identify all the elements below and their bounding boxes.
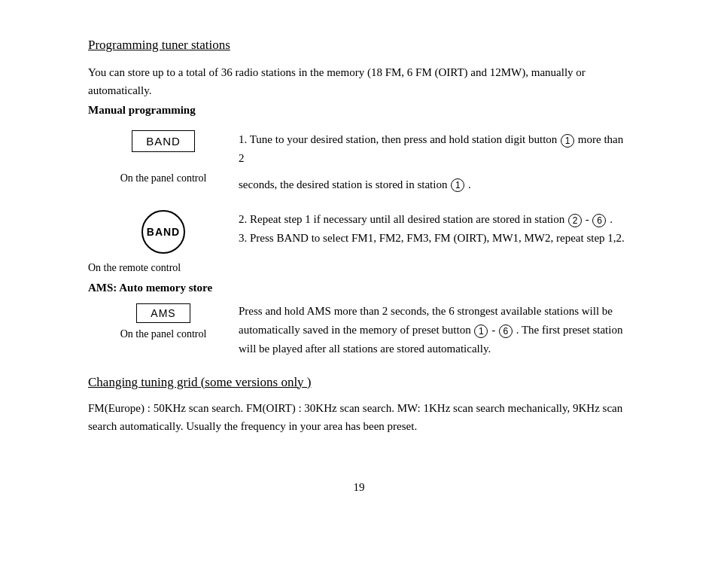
- ams-box: AMS: [136, 303, 190, 323]
- band-circle-row: BAND 2. Repeat step 1 if necessary until…: [88, 204, 630, 258]
- page-content: Programming tuner stations You can store…: [58, 0, 660, 588]
- circle-num-1b: 1: [451, 178, 464, 192]
- remote-control-label: On the remote control: [88, 262, 181, 273]
- step2-text: 2. Repeat step 1 if necessary until all …: [239, 213, 564, 225]
- ams-dash: -: [491, 324, 498, 336]
- panel-label-row: On the panel control seconds, the desire…: [88, 171, 630, 194]
- circle-num-1: 1: [561, 134, 574, 148]
- panel-control-label: On the panel control: [120, 172, 207, 184]
- ams-right-col: Press and hold AMS more than 2 seconds, …: [239, 300, 630, 358]
- page-number: 19: [88, 481, 630, 494]
- ams-circle-1: 1: [474, 324, 488, 338]
- step1-first-line: 1. Tune to your desired station, then pr…: [239, 126, 630, 168]
- band-panel-row: BAND 1. Tune to your desired station, th…: [88, 126, 630, 168]
- band-circle: BAND: [141, 210, 185, 254]
- circle-num-6: 6: [592, 214, 606, 227]
- intro-text: You can store up to a total of 36 radio …: [88, 63, 630, 99]
- steps-2-3: 2. Repeat step 1 if necessary until all …: [239, 204, 630, 248]
- step1-part3: seconds, the desired station is stored i…: [239, 178, 447, 190]
- step1-end: .: [468, 178, 471, 190]
- band-left-col: BAND: [88, 126, 239, 157]
- ams-section: AMS: Auto memory store AMS On the panel …: [88, 282, 630, 358]
- ams-row: AMS On the panel control Press and hold …: [88, 300, 630, 358]
- band-box: BAND: [132, 130, 195, 152]
- step3-line: 3. Press BAND to select FM1, FM2, FM3, F…: [239, 229, 630, 248]
- manual-heading: Manual programming: [88, 104, 630, 117]
- panel-label-col: On the panel control: [88, 171, 239, 184]
- step2-period: .: [610, 213, 613, 225]
- circle-num-2: 2: [568, 214, 582, 227]
- band-circle-label: BAND: [147, 226, 180, 238]
- section2-title: Changing tuning grid (some versions only…: [88, 375, 630, 390]
- ams-circle-6: 6: [499, 324, 513, 338]
- band-circle-col: BAND: [88, 204, 239, 258]
- step1-part1: 1. Tune to your desired station, then pr…: [239, 133, 557, 145]
- ams-heading: AMS: Auto memory store: [88, 282, 630, 294]
- step1-second-line: seconds, the desired station is stored i…: [239, 171, 630, 194]
- section2-text: FM(Europe) : 50KHz scan search. FM(OIRT)…: [88, 399, 630, 437]
- step2-line: 2. Repeat step 1 if necessary until all …: [239, 210, 630, 229]
- step2-dash: -: [586, 213, 589, 225]
- ams-left-col: AMS On the panel control: [88, 300, 239, 340]
- section1-title: Programming tuner stations: [88, 38, 630, 53]
- ams-panel-label: On the panel control: [120, 328, 207, 340]
